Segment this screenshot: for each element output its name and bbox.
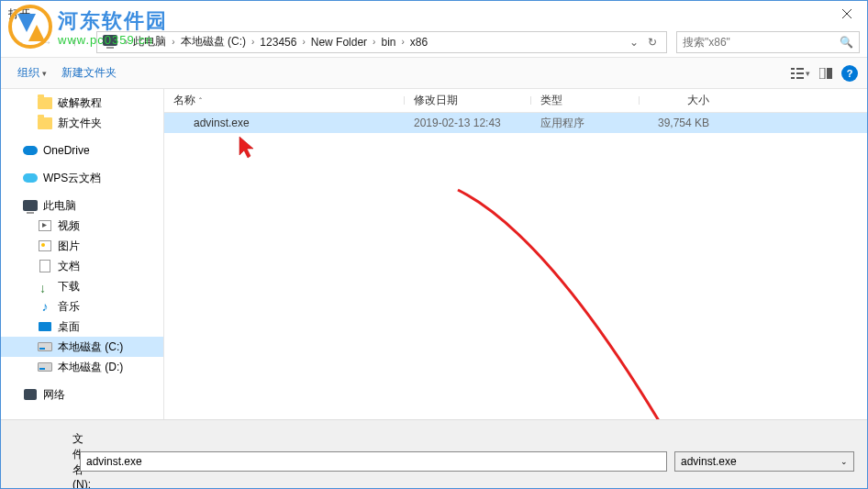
details-view-icon	[791, 68, 804, 79]
close-icon	[841, 8, 852, 19]
pc-icon	[103, 35, 117, 50]
image-icon	[38, 239, 52, 253]
sidebar-item-label: 文档	[58, 259, 80, 274]
window-titlebar: 打开	[1, 1, 867, 27]
nav-forward-button[interactable]: →	[36, 31, 58, 53]
chevron-down-icon: ⌄	[840, 457, 848, 466]
svg-rect-6	[819, 68, 825, 79]
desktop-icon	[38, 319, 52, 334]
sidebar-item[interactable]: 下载	[1, 276, 163, 296]
file-size: 39,754 KB	[640, 117, 731, 129]
column-date[interactable]: 修改日期	[405, 93, 531, 108]
preview-pane-icon	[819, 68, 832, 79]
chevron-right-icon: ›	[369, 37, 379, 47]
column-headers: 名称ˆ 修改日期 类型 大小	[164, 89, 867, 113]
address-bar-row: ← → ↑ › 此电脑 › 本地磁盘 (C:) › 123456 › New F…	[1, 27, 867, 58]
file-row[interactable]: advinst.exe2019-02-13 12:43应用程序39,754 KB	[164, 113, 867, 133]
window-title: 打开	[8, 6, 30, 22]
svg-rect-0	[791, 68, 795, 70]
nav-back-button[interactable]: ←	[8, 31, 30, 53]
sidebar-item[interactable]: 本地磁盘 (C:)	[1, 337, 163, 357]
dialog-bottom-bar: 文件名(N): advinst.exe ⌄ 打开(O) ▼ 取消	[1, 419, 867, 488]
sidebar-item-label: 音乐	[58, 299, 80, 315]
search-box[interactable]: 🔍	[676, 31, 860, 53]
svg-rect-3	[796, 72, 804, 74]
disk-icon	[38, 339, 52, 354]
net-icon	[23, 387, 38, 402]
breadcrumb-dropdown[interactable]: ⌄	[626, 36, 642, 49]
sidebar-item-label: 本地磁盘 (C:)	[58, 339, 123, 355]
filename-label: 文件名(N):	[14, 431, 72, 489]
chevron-right-icon: ›	[121, 37, 131, 47]
sidebar-item[interactable]: 本地磁盘 (D:)	[1, 357, 163, 377]
sidebar-item[interactable]: OneDrive	[1, 140, 163, 161]
breadcrumb[interactable]: › 此电脑 › 本地磁盘 (C:) › 123456 › New Folder …	[96, 31, 667, 53]
folder-icon	[38, 95, 52, 110]
folder-icon	[38, 116, 52, 130]
chevron-right-icon: ›	[168, 37, 178, 47]
download-icon	[38, 279, 52, 294]
breadcrumb-item[interactable]: 此电脑	[131, 32, 168, 51]
filetype-value: advinst.exe	[681, 455, 737, 468]
svg-rect-2	[791, 72, 795, 74]
sidebar-item-label: 图片	[58, 239, 80, 254]
annotation-cursor-icon	[238, 135, 258, 161]
column-name[interactable]: 名称ˆ	[164, 93, 405, 108]
sidebar-item[interactable]: 新文件夹	[1, 113, 163, 133]
window-close-button[interactable]	[826, 1, 867, 27]
sidebar-item[interactable]: 桌面	[1, 317, 163, 337]
onedrive-icon	[23, 143, 38, 158]
sidebar-item-label: 破解教程	[58, 95, 102, 111]
search-icon[interactable]: 🔍	[840, 36, 853, 49]
preview-pane-button[interactable]	[819, 68, 832, 79]
wps-icon	[23, 171, 38, 185]
svg-rect-4	[791, 77, 795, 79]
help-button[interactable]: ?	[841, 65, 858, 82]
nav-up-button[interactable]: ↑	[63, 31, 85, 53]
sidebar-item[interactable]: 此电脑	[1, 195, 163, 216]
filetype-select[interactable]: advinst.exe ⌄	[674, 451, 854, 472]
sidebar-item-label: WPS云文档	[43, 171, 101, 186]
organize-menu[interactable]: 组织	[10, 61, 54, 84]
sidebar-item-label: 桌面	[58, 319, 80, 335]
sidebar-item[interactable]: 破解教程	[1, 93, 163, 113]
breadcrumb-item[interactable]: bin	[379, 34, 397, 50]
sidebar-item[interactable]: 文档	[1, 256, 163, 276]
main-content: 破解教程新文件夹OneDriveWPS云文档此电脑视频图片文档下载♪音乐桌面本地…	[1, 89, 867, 438]
sidebar-item-label: OneDrive	[43, 144, 90, 157]
svg-rect-5	[796, 77, 804, 79]
column-type[interactable]: 类型	[531, 93, 640, 108]
sidebar-item-label: 视频	[58, 218, 80, 234]
sidebar-item-label: 网络	[43, 387, 65, 403]
chevron-right-icon: ›	[298, 37, 308, 47]
svg-rect-7	[827, 68, 832, 79]
exe-icon	[173, 116, 188, 130]
sidebar-item-label: 下载	[58, 279, 80, 295]
pc-icon	[23, 198, 38, 213]
sidebar-item-label: 此电脑	[43, 198, 76, 214]
breadcrumb-item[interactable]: x86	[408, 34, 429, 50]
breadcrumb-item[interactable]: 本地磁盘 (C:)	[179, 32, 248, 51]
search-input[interactable]	[683, 36, 840, 49]
file-list-view: 名称ˆ 修改日期 类型 大小 advinst.exe2019-02-13 12:…	[164, 89, 867, 438]
new-folder-button[interactable]: 新建文件夹	[54, 61, 124, 84]
view-mode-button[interactable]: ▾	[791, 68, 810, 79]
column-size[interactable]: 大小	[640, 93, 731, 108]
sidebar-item[interactable]: ♪音乐	[1, 296, 163, 317]
sidebar-item[interactable]: WPS云文档	[1, 168, 163, 188]
breadcrumb-refresh[interactable]: ↻	[644, 36, 661, 49]
sidebar-item-label: 本地磁盘 (D:)	[58, 360, 123, 375]
sidebar-item[interactable]: 网络	[1, 384, 163, 405]
breadcrumb-item[interactable]: 123456	[258, 34, 298, 50]
video-icon	[38, 218, 52, 233]
filename-input-wrapper[interactable]	[80, 451, 667, 472]
navigation-sidebar: 破解教程新文件夹OneDriveWPS云文档此电脑视频图片文档下载♪音乐桌面本地…	[1, 89, 164, 438]
filename-input[interactable]	[86, 452, 661, 471]
music-icon: ♪	[38, 299, 52, 314]
toolbar: 组织 新建文件夹 ▾ ?	[1, 58, 867, 89]
sidebar-item[interactable]: 图片	[1, 236, 163, 256]
svg-rect-1	[796, 68, 804, 70]
chevron-right-icon: ›	[397, 37, 407, 47]
sidebar-item[interactable]: 视频	[1, 216, 163, 236]
breadcrumb-item[interactable]: New Folder	[309, 34, 369, 50]
